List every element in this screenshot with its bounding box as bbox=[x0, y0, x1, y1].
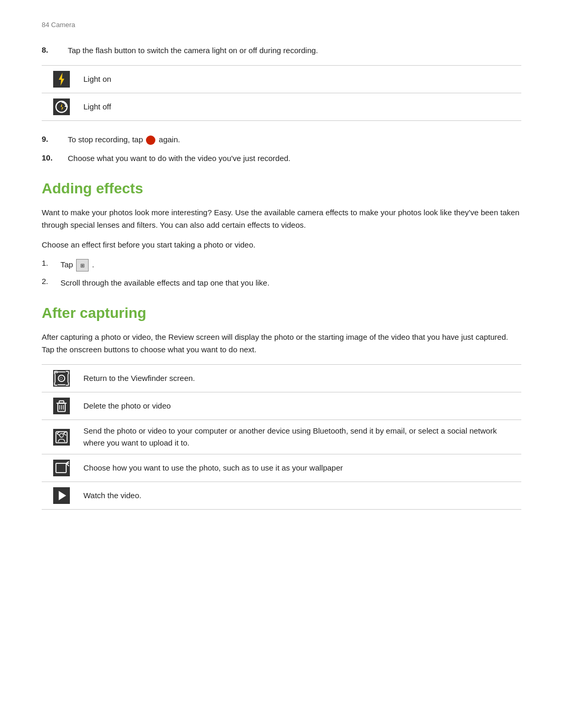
flash-on-icon bbox=[53, 71, 70, 88]
table-row: Send the photo or video to your computer… bbox=[42, 420, 521, 454]
step-ae-2-text: Scroll through the available effects and… bbox=[60, 277, 521, 289]
play-icon-cell bbox=[46, 487, 77, 504]
flash-off-icon-cell bbox=[46, 98, 77, 115]
step-ae-2-num: 2. bbox=[42, 277, 60, 289]
step-8-text: Tap the flash button to switch the camer… bbox=[68, 44, 521, 57]
list-item: 2. Scroll through the available effects … bbox=[42, 277, 521, 289]
use-photo-desc: Choose how you want to use the photo, su… bbox=[77, 462, 517, 474]
adding-effects-steps: 1. Tap ⊞ . 2. Scroll through the availab… bbox=[42, 258, 521, 289]
use-photo-icon-cell bbox=[46, 460, 77, 476]
viewfinder-icon: ○ bbox=[53, 370, 70, 387]
step-10: 10. Choose what you want to do with the … bbox=[42, 152, 521, 165]
after-capturing-heading: After capturing bbox=[42, 305, 521, 322]
delete-icon bbox=[53, 398, 70, 414]
table-row: Watch the video. bbox=[42, 482, 521, 510]
share-icon bbox=[53, 429, 70, 446]
after-capturing-para: After capturing a photo or video, the Re… bbox=[42, 331, 521, 356]
tap-after: . bbox=[92, 260, 94, 269]
share-desc: Send the photo or video to your computer… bbox=[77, 425, 517, 449]
page-header-text: 84 Camera bbox=[42, 21, 75, 29]
step-ae-1-text: Tap ⊞ . bbox=[60, 258, 521, 272]
flash-on-icon-cell bbox=[46, 71, 77, 88]
step-9-num: 9. bbox=[42, 133, 68, 146]
after-capturing-table: ○ Return to the Viewfinder screen. bbox=[42, 364, 521, 510]
adding-effects-para2: Choose an effect first before you start … bbox=[42, 239, 521, 251]
adding-effects-heading: Adding effects bbox=[42, 180, 521, 197]
step-ae-1-num: 1. bbox=[42, 258, 60, 272]
delete-icon-cell bbox=[46, 398, 77, 414]
flash-table: Light on Light off bbox=[42, 65, 521, 121]
step-9-text: To stop recording, tap again. bbox=[68, 133, 521, 146]
tap-before: Tap bbox=[60, 260, 75, 269]
play-icon bbox=[53, 487, 70, 504]
svg-text:○: ○ bbox=[59, 375, 64, 382]
adding-effects-para1: Want to make your photos look more inter… bbox=[42, 206, 521, 231]
table-row: Choose how you want to use the photo, su… bbox=[42, 454, 521, 482]
stop-icon bbox=[146, 135, 155, 145]
table-row: ○ Return to the Viewfinder screen. bbox=[42, 365, 521, 392]
step-9-after: again. bbox=[159, 135, 180, 144]
table-row: Light off bbox=[42, 93, 521, 121]
flash-off-label: Light off bbox=[77, 101, 517, 113]
viewfinder-icon-cell: ○ bbox=[46, 370, 77, 387]
step-8-num: 8. bbox=[42, 44, 68, 57]
table-row: Delete the photo or video bbox=[42, 392, 521, 420]
delete-desc: Delete the photo or video bbox=[77, 400, 517, 412]
step-9: 9. To stop recording, tap again. bbox=[42, 133, 521, 146]
page-header: 84 Camera bbox=[42, 21, 521, 29]
step-9-before: To stop recording, tap bbox=[68, 135, 145, 144]
flash-off-icon bbox=[53, 98, 70, 115]
viewfinder-desc: Return to the Viewfinder screen. bbox=[77, 373, 517, 385]
play-desc: Watch the video. bbox=[77, 490, 517, 502]
step-10-text: Choose what you want to do with the vide… bbox=[68, 152, 521, 165]
effects-icon: ⊞ bbox=[76, 259, 89, 272]
step-8: 8. Tap the flash button to switch the ca… bbox=[42, 44, 521, 57]
share-icon-cell bbox=[46, 429, 77, 446]
table-row: Light on bbox=[42, 66, 521, 93]
list-item: 1. Tap ⊞ . bbox=[42, 258, 521, 272]
use-photo-icon bbox=[53, 460, 70, 476]
step-10-num: 10. bbox=[42, 152, 68, 165]
flash-on-label: Light on bbox=[77, 73, 517, 85]
